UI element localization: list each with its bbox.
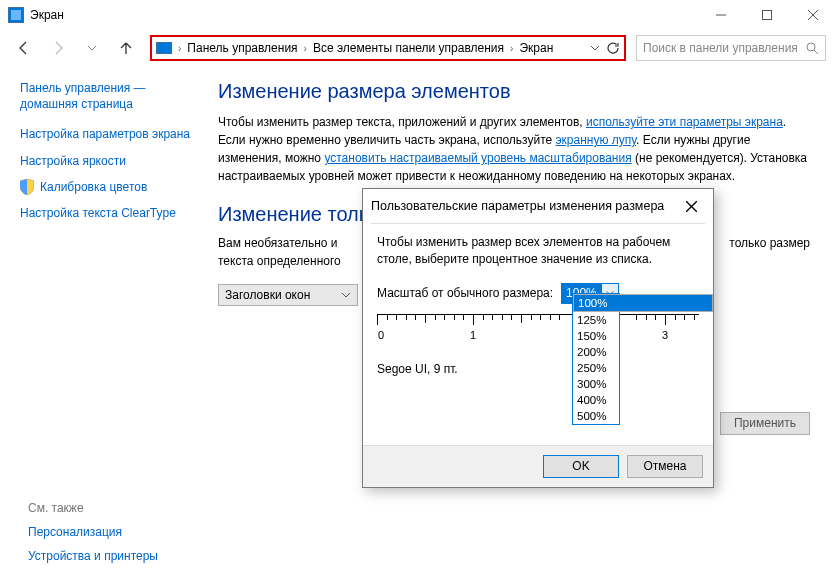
font-sample: Segoe UI, 9 пт. [377,362,699,376]
scale-option[interactable]: 300% [573,376,619,392]
dialog-title: Пользовательские параметры изменения раз… [371,199,664,213]
dialog-body-text: Чтобы изменить размер всех элементов на … [377,234,699,269]
dialog-close-button[interactable] [677,192,705,220]
close-icon [686,201,697,212]
dialog-titlebar: Пользовательские параметры изменения раз… [363,189,713,223]
chevron-down-icon[interactable] [590,43,600,53]
link-custom-scaling[interactable]: установить настраиваемый уровень масштаб… [324,151,631,165]
display-icon [8,7,24,23]
see-also: См. также Персонализация Устройства и пр… [28,501,158,573]
link-magnifier[interactable]: экранную лупу [556,133,637,147]
chevron-right-icon: › [508,43,515,54]
recent-dropdown[interactable] [78,34,106,62]
back-button[interactable] [10,34,38,62]
ruler-label: 0 [378,329,384,341]
breadcrumb-item[interactable]: Экран [519,41,553,55]
see-also-devices[interactable]: Устройства и принтеры [28,549,158,563]
refresh-icon[interactable] [606,41,620,55]
maximize-button[interactable] [744,0,790,30]
search-placeholder: Поиск в панели управления [643,41,798,55]
scale-option[interactable]: 250% [573,360,619,376]
description-text: Чтобы изменить размер текста, приложений… [218,113,816,185]
ruler-label: 3 [662,329,668,341]
see-also-personalization[interactable]: Персонализация [28,525,158,539]
search-icon [805,41,819,55]
link-display-params[interactable]: используйте эти параметры экрана [586,115,783,129]
breadcrumb-item[interactable]: Все элементы панели управления [313,41,504,55]
window-title: Экран [30,8,64,22]
sidebar-link-display-settings[interactable]: Настройка параметров экрана [20,126,200,142]
forward-button[interactable] [44,34,72,62]
scale-label: Масштаб от обычного размера: [377,286,553,300]
sidebar-link-brightness[interactable]: Настройка яркости [20,153,200,169]
custom-sizing-dialog: Пользовательские параметры изменения раз… [362,188,714,488]
apply-button[interactable]: Применить [720,412,810,435]
control-panel-home-link[interactable]: Панель управления — домашняя страница [20,80,200,112]
sidebar-link-calibrate[interactable]: Калибровка цветов [20,179,200,195]
display-icon [156,42,172,54]
minimize-button[interactable] [698,0,744,30]
scale-dropdown-list[interactable]: 100% 125% 150% 200% 250% 300% 400% 500% [572,293,620,425]
scale-option[interactable]: 200% [573,344,619,360]
chevron-right-icon: › [176,43,183,54]
sidebar: Панель управления — домашняя страница На… [20,80,200,306]
dialog-footer: OK Отмена [363,445,713,487]
element-select[interactable]: Заголовки окон [218,284,358,306]
chevron-right-icon: › [302,43,309,54]
see-also-header: См. также [28,501,158,515]
titlebar: Экран [0,0,836,30]
up-button[interactable] [112,34,140,62]
scale-option[interactable]: 150% [573,328,619,344]
ruler[interactable]: 0 1 3 [377,314,699,344]
shield-icon [20,179,34,195]
scale-option[interactable]: 400% [573,392,619,408]
close-button[interactable] [790,0,836,30]
chevron-down-icon [341,290,351,300]
scale-option[interactable]: 500% [573,408,619,424]
cancel-button[interactable]: Отмена [627,455,703,478]
sidebar-link-cleartype[interactable]: Настройка текста ClearType [20,205,200,221]
navbar: › Панель управления › Все элементы панел… [0,30,836,66]
search-input[interactable]: Поиск в панели управления [636,35,826,61]
svg-point-4 [807,43,815,51]
breadcrumb[interactable]: › Панель управления › Все элементы панел… [150,35,626,61]
scale-option[interactable]: 125% [573,312,619,328]
breadcrumb-item[interactable]: Панель управления [187,41,297,55]
scale-option[interactable]: 100% [573,294,713,312]
ok-button[interactable]: OK [543,455,619,478]
page-heading: Изменение размера элементов [218,80,816,103]
svg-rect-1 [763,11,772,20]
ruler-label: 1 [470,329,476,341]
svg-line-5 [814,50,818,54]
